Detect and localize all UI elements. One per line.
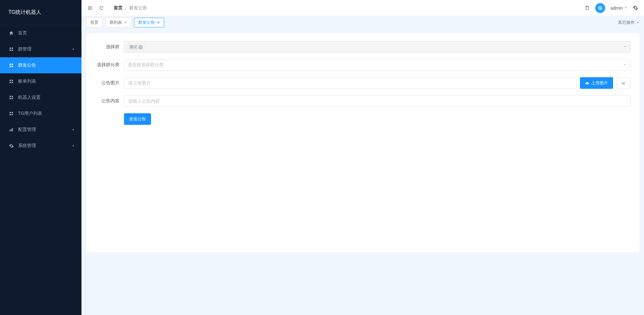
- svg-rect-12: [10, 96, 11, 97]
- grid-icon: [8, 111, 14, 116]
- grid-icon: [8, 95, 14, 100]
- svg-rect-4: [10, 64, 11, 65]
- sidebar-item-label: 账单列表: [18, 79, 36, 84]
- svg-rect-22: [12, 128, 13, 132]
- sidebar: TG统计机器人 首页 群管理 群发公告 账单列表 机器人设置: [0, 0, 81, 315]
- tab-label: 首页: [90, 20, 99, 25]
- svg-rect-11: [12, 82, 13, 83]
- tag-close-icon[interactable]: ✕: [138, 45, 143, 49]
- main: 首页 / 群发公告 admin 首页 群列表 ✕: [81, 0, 644, 315]
- settings-icon[interactable]: [633, 5, 638, 11]
- content: 选择群 测试 ✕ 选择群分类: [81, 29, 644, 315]
- selected-tag: 测试 ✕: [128, 44, 145, 51]
- tab-broadcast[interactable]: 群发公告 ✕: [134, 18, 164, 27]
- svg-rect-2: [10, 50, 11, 51]
- grid-icon: [8, 79, 14, 84]
- breadcrumb-item: 群发公告: [129, 5, 147, 11]
- breadcrumb: 首页 / 群发公告: [114, 5, 147, 11]
- svg-rect-14: [10, 98, 11, 99]
- sidebar-item-group-manage[interactable]: 群管理: [0, 41, 81, 57]
- sidebar-item-broadcast[interactable]: 群发公告: [0, 57, 81, 73]
- svg-rect-15: [12, 98, 13, 99]
- tabs-actions-label: 其它操作: [618, 20, 635, 25]
- chevron-right-icon: [72, 127, 75, 132]
- svg-rect-9: [12, 80, 13, 81]
- sidebar-item-label: 首页: [18, 30, 27, 36]
- svg-rect-21: [11, 129, 12, 131]
- svg-rect-18: [10, 114, 11, 115]
- avatar[interactable]: [595, 3, 605, 13]
- chevron-down-icon: [636, 21, 639, 24]
- svg-rect-13: [12, 96, 13, 97]
- tabs-bar: 首页 群列表 ✕ 群发公告 ✕ 其它操作: [81, 16, 644, 29]
- select-group[interactable]: 测试 ✕: [124, 41, 630, 53]
- sidebar-item-system[interactable]: 系统管理: [0, 138, 81, 154]
- tag-label: 测试: [129, 44, 137, 50]
- chevron-right-icon: [72, 47, 75, 52]
- sidebar-item-bot-settings[interactable]: 机器人设置: [0, 89, 81, 106]
- user-menu[interactable]: admin: [611, 5, 628, 11]
- close-icon[interactable]: ✕: [157, 20, 160, 25]
- svg-rect-7: [12, 66, 13, 67]
- select-category[interactable]: 请选择选择群分类: [124, 59, 630, 71]
- image-input[interactable]: [124, 77, 577, 89]
- cloud-upload-icon: [585, 81, 589, 85]
- svg-rect-19: [12, 114, 13, 115]
- chevron-down-icon: [623, 62, 627, 68]
- submit-button[interactable]: 发送公告: [124, 113, 151, 125]
- svg-rect-10: [10, 82, 11, 83]
- sidebar-item-label: TG用户列表: [18, 111, 42, 116]
- svg-rect-20: [10, 130, 10, 131]
- chevron-down-icon: [623, 44, 627, 50]
- svg-point-24: [600, 7, 601, 8]
- svg-rect-17: [12, 112, 13, 113]
- sidebar-item-bill-list[interactable]: 账单列表: [0, 73, 81, 89]
- svg-rect-5: [12, 64, 13, 65]
- sidebar-item-label: 群管理: [18, 46, 32, 52]
- user-name-label: admin: [611, 5, 623, 11]
- tab-home[interactable]: 首页: [86, 18, 103, 27]
- breadcrumb-item[interactable]: 首页: [114, 5, 123, 11]
- image-icon: [622, 81, 625, 86]
- sidebar-item-label: 系统管理: [18, 143, 36, 149]
- content-label: 公告内容: [95, 98, 124, 104]
- svg-rect-1: [12, 48, 13, 49]
- breadcrumb-separator: /: [125, 5, 127, 11]
- header: 首页 / 群发公告 admin: [81, 0, 644, 16]
- svg-rect-0: [10, 48, 11, 49]
- tab-group-list[interactable]: 群列表 ✕: [105, 18, 131, 27]
- image-label: 公告图片: [95, 80, 124, 86]
- tabs-actions[interactable]: 其它操作: [618, 20, 639, 25]
- select-category-label: 选择群分类: [95, 62, 124, 68]
- svg-rect-8: [10, 80, 11, 81]
- svg-rect-16: [10, 112, 11, 113]
- select-group-label: 选择群: [95, 44, 124, 50]
- trash-icon[interactable]: [584, 5, 590, 11]
- sidebar-item-config[interactable]: 配置管理: [0, 122, 81, 138]
- menu-toggle-icon[interactable]: [87, 5, 93, 11]
- sidebar-item-label: 机器人设置: [18, 95, 41, 100]
- tab-label: 群列表: [109, 20, 122, 25]
- tab-label: 群发公告: [138, 20, 155, 25]
- svg-rect-3: [12, 50, 13, 51]
- grid-icon: [8, 62, 14, 68]
- refresh-icon[interactable]: [99, 5, 104, 11]
- upload-image-button[interactable]: 上传图片: [580, 77, 613, 89]
- home-icon: [8, 30, 14, 36]
- preview-image-button[interactable]: [616, 77, 630, 89]
- content-input[interactable]: [124, 95, 630, 107]
- chevron-down-icon: [624, 6, 628, 10]
- select-placeholder: 请选择选择群分类: [128, 62, 164, 68]
- grid-icon: [8, 46, 14, 52]
- sidebar-item-label: 群发公告: [18, 62, 36, 68]
- gear-icon: [8, 143, 14, 149]
- svg-point-26: [623, 83, 623, 83]
- svg-rect-6: [10, 66, 11, 67]
- app-title: TG统计机器人: [8, 9, 41, 16]
- form-panel: 选择群 测试 ✕ 选择群分类: [86, 33, 639, 252]
- chevron-right-icon: [72, 143, 75, 148]
- app-logo: TG统计机器人: [0, 0, 81, 25]
- close-icon[interactable]: ✕: [124, 20, 127, 25]
- sidebar-item-tg-users[interactable]: TG用户列表: [0, 106, 81, 122]
- sidebar-item-home[interactable]: 首页: [0, 25, 81, 41]
